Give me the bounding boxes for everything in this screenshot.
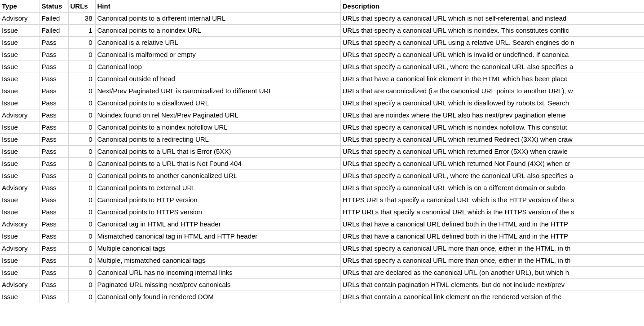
cell-description[interactable]: URLs that specify a canonical URL which … (340, 97, 644, 109)
cell-description[interactable]: URLs that contain a canonical link eleme… (340, 291, 644, 303)
cell-hint[interactable]: Noindex found on rel Next/Prev Paginated… (95, 109, 340, 121)
cell-type[interactable]: Advisory (0, 109, 40, 121)
cell-status[interactable]: Pass (40, 218, 68, 230)
cell-type[interactable]: Issue (0, 206, 40, 218)
cell-type[interactable]: Issue (0, 48, 40, 61)
cell-urls[interactable]: 1 (68, 24, 95, 36)
cell-type[interactable]: Advisory (0, 218, 40, 230)
cell-hint[interactable]: Multiple, mismatched canonical tags (95, 254, 340, 266)
table-row[interactable]: IssuePass0Canonical points to a URL that… (0, 145, 644, 157)
cell-type[interactable]: Issue (0, 194, 40, 206)
table-row[interactable]: AdvisoryPass0Noindex found on rel Next/P… (0, 109, 644, 121)
cell-type[interactable]: Issue (0, 170, 40, 182)
cell-urls[interactable]: 0 (68, 242, 95, 254)
cell-type[interactable]: Issue (0, 266, 40, 278)
cell-description[interactable]: URLs that specify a canonical URL, where… (340, 61, 644, 73)
col-header-status[interactable]: Status (40, 0, 68, 12)
cell-status[interactable]: Pass (40, 266, 68, 278)
cell-hint[interactable]: Canonical points to another canonicalize… (95, 170, 340, 182)
cell-hint[interactable]: Mismatched canonical tag in HTML and HTT… (95, 230, 340, 242)
table-row[interactable]: IssuePass0Canonical points to a noindex … (0, 121, 644, 133)
cell-hint[interactable]: Canonical points to a noindex URL (95, 24, 340, 36)
table-row[interactable]: IssuePass0Next/Prev Paginated URL is can… (0, 85, 644, 97)
table-row[interactable]: AdvisoryPass0Canonical points to externa… (0, 182, 644, 194)
table-row[interactable]: IssuePass0Mismatched canonical tag in HT… (0, 230, 644, 242)
cell-type[interactable]: Advisory (0, 242, 40, 254)
cell-urls[interactable]: 0 (68, 85, 95, 97)
cell-status[interactable]: Pass (40, 242, 68, 254)
cell-type[interactable]: Issue (0, 157, 40, 170)
cell-urls[interactable]: 0 (68, 157, 95, 170)
cell-urls[interactable]: 0 (68, 48, 95, 61)
cell-status[interactable]: Pass (40, 145, 68, 157)
table-row[interactable]: IssuePass0Canonical is a relative URLURL… (0, 36, 644, 48)
cell-description[interactable]: URLs that specify a canonical URL which … (340, 48, 644, 61)
cell-hint[interactable]: Canonical points to HTTPS version (95, 206, 340, 218)
cell-type[interactable]: Issue (0, 291, 40, 303)
cell-hint[interactable]: Canonical loop (95, 61, 340, 73)
table-row[interactable]: IssuePass0Canonical only found in render… (0, 291, 644, 303)
cell-status[interactable]: Pass (40, 194, 68, 206)
cell-description[interactable]: URLs that are declared as the canonical … (340, 266, 644, 278)
cell-hint[interactable]: Canonical points to a redirecting URL (95, 133, 340, 145)
cell-urls[interactable]: 0 (68, 278, 95, 291)
cell-hint[interactable]: Multiple canonical tags (95, 242, 340, 254)
table-row[interactable]: IssuePass0Canonical points to another ca… (0, 170, 644, 182)
cell-type[interactable]: Issue (0, 145, 40, 157)
cell-status[interactable]: Pass (40, 291, 68, 303)
cell-status[interactable]: Pass (40, 157, 68, 170)
cell-type[interactable]: Issue (0, 121, 40, 133)
cell-status[interactable]: Failed (40, 12, 68, 24)
cell-type[interactable]: Issue (0, 61, 40, 73)
cell-urls[interactable]: 0 (68, 218, 95, 230)
table-row[interactable]: AdvisoryFailed38Canonical points to a di… (0, 12, 644, 24)
cell-urls[interactable]: 0 (68, 230, 95, 242)
cell-description[interactable]: URLs that have a canonical link element … (340, 73, 644, 85)
cell-urls[interactable]: 0 (68, 254, 95, 266)
col-header-type[interactable]: Type (0, 0, 40, 12)
table-row[interactable]: IssuePass0Canonical points to a URL that… (0, 157, 644, 170)
cell-status[interactable]: Pass (40, 48, 68, 61)
cell-urls[interactable]: 0 (68, 73, 95, 85)
cell-type[interactable]: Issue (0, 36, 40, 48)
cell-urls[interactable]: 0 (68, 36, 95, 48)
cell-hint[interactable]: Canonical is malformed or empty (95, 48, 340, 61)
table-row[interactable]: IssuePass0Canonical outside of headURLs … (0, 73, 644, 85)
cell-hint[interactable]: Canonical URL has no incoming internal l… (95, 266, 340, 278)
table-row[interactable]: IssuePass0Canonical points to a disallow… (0, 97, 644, 109)
table-row[interactable]: IssuePass0Multiple, mismatched canonical… (0, 254, 644, 266)
cell-urls[interactable]: 0 (68, 194, 95, 206)
table-row[interactable]: IssuePass0Canonical URL has no incoming … (0, 266, 644, 278)
cell-hint[interactable]: Canonical points to HTTP version (95, 194, 340, 206)
cell-type[interactable]: Issue (0, 230, 40, 242)
cell-status[interactable]: Pass (40, 254, 68, 266)
cell-type[interactable]: Issue (0, 97, 40, 109)
cell-description[interactable]: URLs that specify a canonical URL, where… (340, 170, 644, 182)
cell-status[interactable]: Pass (40, 85, 68, 97)
cell-description[interactable]: URLs that are canonicalized (i.e the can… (340, 85, 644, 97)
table-row[interactable]: IssuePass0Canonical points to HTTPS vers… (0, 206, 644, 218)
cell-hint[interactable]: Paginated URL missing next/prev canonica… (95, 278, 340, 291)
cell-status[interactable]: Pass (40, 230, 68, 242)
cell-urls[interactable]: 0 (68, 145, 95, 157)
cell-urls[interactable]: 0 (68, 266, 95, 278)
col-header-hint[interactable]: Hint (95, 0, 340, 12)
cell-status[interactable]: Pass (40, 97, 68, 109)
cell-type[interactable]: Advisory (0, 278, 40, 291)
cell-hint[interactable]: Canonical points to a disallowed URL (95, 97, 340, 109)
cell-description[interactable]: URLs that specify a canonical URL which … (340, 157, 644, 170)
table-row[interactable]: IssuePass0Canonical points to a redirect… (0, 133, 644, 145)
cell-status[interactable]: Pass (40, 206, 68, 218)
cell-description[interactable]: URLs that specify a canonical URL which … (340, 12, 644, 24)
cell-urls[interactable]: 0 (68, 61, 95, 73)
cell-status[interactable]: Failed (40, 24, 68, 36)
cell-urls[interactable]: 0 (68, 97, 95, 109)
cell-hint[interactable]: Next/Prev Paginated URL is canonicalized… (95, 85, 340, 97)
table-row[interactable]: IssuePass0Canonical points to HTTP versi… (0, 194, 644, 206)
col-header-description[interactable]: Description (340, 0, 644, 12)
cell-status[interactable]: Pass (40, 121, 68, 133)
cell-description[interactable]: URLs that specify a canonical URL using … (340, 36, 644, 48)
cell-urls[interactable]: 0 (68, 121, 95, 133)
cell-type[interactable]: Issue (0, 73, 40, 85)
cell-status[interactable]: Pass (40, 61, 68, 73)
